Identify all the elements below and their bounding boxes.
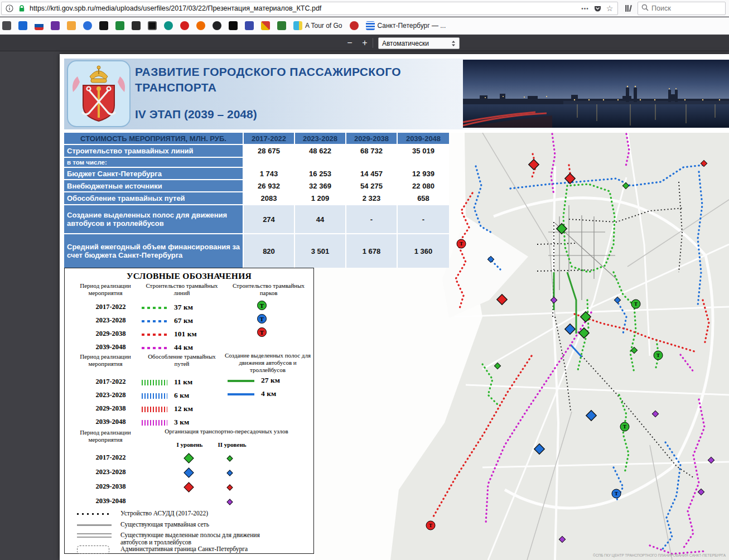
col-header: 2039-2048 — [398, 133, 449, 144]
pdf-toolbar: − + Автоматически — [0, 35, 729, 51]
bookmark-favicon — [293, 21, 302, 30]
bookmark-favicon[interactable] — [115, 21, 124, 30]
bookmark-favicon[interactable] — [213, 21, 221, 30]
toolbar-divider — [373, 38, 373, 48]
row-value: 68 732 — [346, 145, 397, 157]
bookmark-star-icon[interactable]: ☆ — [605, 4, 614, 13]
legend-col-period: Период реализации мероприятия — [71, 282, 139, 297]
row-label: Создание выделенных полос для движения а… — [64, 205, 243, 233]
row-value — [346, 158, 397, 167]
legend-row: 2023-2028 67 км — [65, 316, 313, 327]
row-value: 22 080 — [398, 180, 449, 191]
bookmark-favicon[interactable] — [245, 21, 254, 30]
bookmark-favicon[interactable] — [18, 21, 27, 30]
row-value: 54 275 — [346, 180, 397, 191]
line-swatch — [142, 334, 167, 336]
legend-bus-lanes-title: Создание выделенных полос для движения а… — [223, 352, 313, 374]
legend-row: 2017-2022 37 км — [65, 303, 313, 314]
bus-lane-swatch — [228, 393, 254, 395]
row-value: 48 622 — [295, 145, 345, 157]
legend-hub-level2: II уровень — [213, 441, 251, 448]
bookmark-item[interactable]: A Tour of Go — [293, 21, 342, 30]
row-value: 12 939 — [398, 168, 449, 179]
legend-row: Существующие выделенные полосы для движе… — [65, 532, 313, 547]
row-value: 28 675 — [244, 145, 294, 157]
hatch-swatch — [142, 420, 167, 426]
col-header: 2029-2038 — [346, 133, 397, 144]
bookmark-favicon[interactable] — [261, 21, 270, 30]
bookmark-item[interactable]: Санкт-Петербург — ... — [366, 21, 446, 30]
bookmark-favicon[interactable] — [83, 21, 92, 30]
bookmark-favicon[interactable] — [2, 21, 11, 30]
search-input[interactable] — [651, 4, 713, 12]
legend-row: 2023-2028 — [65, 468, 313, 479]
page-info-icon[interactable] — [5, 4, 14, 13]
map-legend: УСЛОВНЫЕ ОБОЗНАЧЕНИЯ Период реализации м… — [64, 268, 314, 554]
svg-text:Т: Т — [429, 523, 432, 528]
row-value: 658 — [398, 192, 449, 204]
legend-row: 2029-2038 — [65, 482, 313, 494]
bookmark-favicon[interactable] — [99, 21, 108, 30]
row-value: 3 501 — [295, 234, 345, 268]
row-value: 14 457 — [346, 168, 397, 179]
zoom-mode-select[interactable]: Автоматически — [378, 37, 460, 49]
legend-row: 27 км — [65, 376, 313, 387]
bus-lane-swatch — [228, 380, 254, 382]
col-header: 2017-2022 — [244, 133, 294, 144]
legend-row: 2029-2038 12 км — [65, 404, 313, 416]
library-icon[interactable] — [622, 3, 635, 14]
row-value: 1 678 — [346, 234, 397, 268]
row-value: 274 — [244, 205, 294, 233]
bookmark-favicon[interactable] — [196, 21, 205, 30]
row-value: 2 323 — [346, 192, 397, 204]
hub-level2-diamond — [226, 455, 233, 461]
bookmark-favicon[interactable] — [67, 21, 76, 30]
pdf-viewer[interactable]: РАЗВИТИЕ ГОРОДСКОГО ПАССАЖИРСКОГО ТРАНСП… — [0, 51, 729, 560]
row-value: 16 253 — [295, 168, 345, 179]
legend-col-period: Период реализации мероприятия — [71, 429, 139, 443]
spb-coat-of-arms — [66, 60, 131, 128]
url-bar[interactable]: ••• ☆ — [1, 2, 618, 15]
search-icon — [641, 3, 649, 13]
url-input[interactable] — [30, 4, 465, 12]
line-swatch — [142, 320, 167, 322]
bookmark-favicon[interactable] — [350, 21, 359, 30]
row-value: 820 — [244, 234, 294, 268]
hub-level2-diamond — [226, 470, 233, 476]
legend-col-tracks: Обособление трамвайных путей — [143, 353, 221, 368]
bookmark-favicon[interactable] — [148, 21, 157, 30]
row-value: 1 360 — [398, 234, 449, 268]
line-swatch — [142, 347, 167, 349]
bookmark-favicon[interactable] — [229, 21, 238, 30]
pdf-page: РАЗВИТИЕ ГОРОДСКОГО ПАССАЖИРСКОГО ТРАНСП… — [60, 54, 729, 560]
row-value: 1 209 — [295, 192, 345, 204]
svg-text:Т: Т — [634, 301, 638, 307]
col-header: 2023-2028 — [295, 133, 345, 144]
row-value — [244, 158, 294, 167]
pocket-icon[interactable] — [593, 4, 602, 13]
legend-hubs-title: Организация транспортно-пересадочных узл… — [143, 428, 310, 435]
page-actions-icon[interactable]: ••• — [581, 4, 590, 13]
row-value: 2083 — [244, 192, 294, 204]
slide-header: РАЗВИТИЕ ГОРОДСКОГО ПАССАЖИРСКОГО ТРАНСП… — [64, 59, 725, 129]
hub-level1-diamond — [184, 453, 194, 463]
slide-stage: IV ЭТАП (2039 – 2048) — [135, 108, 257, 121]
table-title: СТОИМОСТЬ МЕРОПРИЯТИЯ, МЛН. РУБ. — [64, 133, 243, 144]
zoom-out-button[interactable]: − — [343, 37, 356, 49]
bookmark-favicon[interactable] — [132, 21, 141, 30]
bookmark-favicon[interactable] — [35, 21, 44, 30]
bookmark-favicon[interactable] — [164, 21, 173, 30]
bookmarks-bar: A Tour of Go Санкт-Петербург — ... — [0, 17, 729, 35]
zoom-in-button[interactable]: + — [358, 37, 371, 49]
bookmark-favicon — [366, 21, 375, 30]
bookmark-favicon[interactable] — [51, 21, 60, 30]
row-value: 1 743 — [244, 168, 294, 179]
row-label: Внебюджетные источники — [64, 180, 243, 191]
lock-icon[interactable] — [17, 4, 26, 13]
search-bar[interactable] — [638, 2, 726, 15]
row-value: - — [398, 205, 449, 233]
row-label: Бюджет Санкт-Петербурга — [64, 168, 243, 179]
tram-park-icon: Т — [257, 314, 267, 324]
bookmark-favicon[interactable] — [180, 21, 189, 30]
bookmark-favicon[interactable] — [277, 21, 286, 30]
